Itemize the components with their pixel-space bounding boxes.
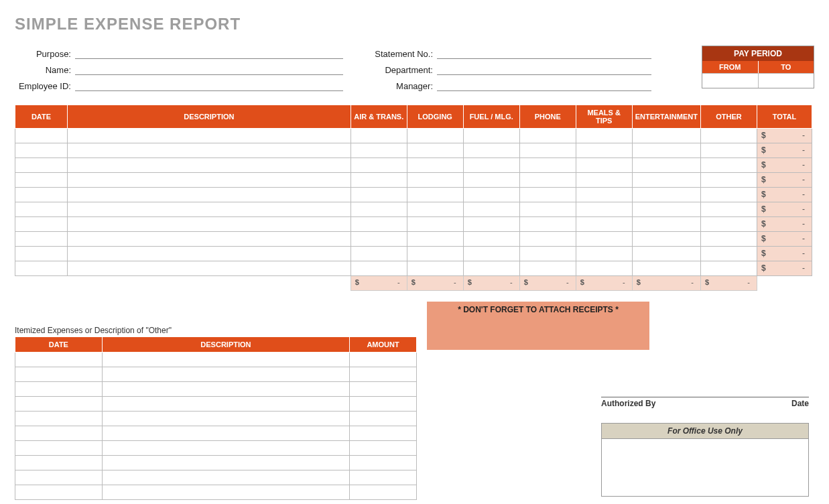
expense-cell[interactable] (576, 188, 632, 202)
expense-cell[interactable] (576, 261, 632, 276)
expense-cell[interactable] (463, 158, 519, 173)
manager-input[interactable] (437, 78, 651, 91)
itemized-cell[interactable] (350, 382, 417, 397)
expense-cell[interactable] (700, 217, 757, 232)
expense-cell[interactable] (15, 129, 68, 143)
expense-cell[interactable] (463, 217, 519, 232)
expense-row[interactable]: $- (15, 173, 812, 188)
expense-row[interactable]: $- (15, 143, 812, 158)
employee-id-input[interactable] (75, 78, 343, 91)
expense-cell[interactable] (519, 188, 576, 202)
itemized-cell[interactable] (15, 426, 103, 441)
expense-cell[interactable] (67, 158, 350, 173)
expense-cell[interactable] (576, 232, 632, 247)
expense-cell[interactable] (407, 217, 463, 232)
expense-cell[interactable] (15, 247, 68, 261)
expense-cell[interactable] (67, 188, 350, 202)
expense-row[interactable]: $- (15, 188, 812, 202)
expense-cell[interactable] (576, 158, 632, 173)
expense-cell[interactable] (519, 129, 576, 143)
expense-cell[interactable] (519, 247, 576, 261)
expense-cell[interactable] (407, 247, 463, 261)
itemized-cell[interactable] (15, 367, 103, 382)
expense-cell[interactable] (632, 129, 700, 143)
expense-cell[interactable] (350, 188, 407, 202)
itemized-cell[interactable] (15, 456, 103, 470)
itemized-cell[interactable] (102, 397, 349, 412)
expense-cell[interactable] (350, 143, 407, 158)
expense-cell[interactable] (463, 143, 519, 158)
itemized-cell[interactable] (350, 485, 417, 500)
pay-period-to-cell[interactable] (759, 73, 814, 88)
expense-cell[interactable] (407, 232, 463, 247)
itemized-row[interactable] (15, 412, 417, 426)
expense-cell[interactable] (350, 217, 407, 232)
expense-cell[interactable] (632, 217, 700, 232)
expense-cell[interactable] (463, 232, 519, 247)
itemized-cell[interactable] (102, 353, 349, 367)
itemized-row[interactable] (15, 353, 417, 367)
expense-cell[interactable] (519, 143, 576, 158)
expense-cell[interactable] (407, 261, 463, 276)
expense-cell[interactable] (632, 247, 700, 261)
pay-period-from-cell[interactable] (702, 73, 759, 88)
department-input[interactable] (437, 62, 651, 75)
expense-cell[interactable] (700, 247, 757, 261)
itemized-cell[interactable] (15, 441, 103, 456)
expense-cell[interactable] (407, 143, 463, 158)
itemized-cell[interactable] (15, 412, 103, 426)
expense-cell[interactable] (67, 202, 350, 217)
expense-row[interactable]: $- (15, 232, 812, 247)
expense-cell[interactable] (576, 217, 632, 232)
itemized-row[interactable] (15, 485, 417, 500)
itemized-cell[interactable] (350, 412, 417, 426)
itemized-cell[interactable] (102, 426, 349, 441)
expense-cell[interactable] (350, 173, 407, 188)
itemized-cell[interactable] (15, 485, 103, 500)
itemized-cell[interactable] (350, 353, 417, 367)
expense-cell[interactable] (407, 173, 463, 188)
expense-cell[interactable] (700, 158, 757, 173)
itemized-cell[interactable] (102, 412, 349, 426)
expense-cell[interactable] (15, 217, 68, 232)
expense-cell[interactable] (519, 202, 576, 217)
expense-cell[interactable] (576, 173, 632, 188)
expense-cell[interactable] (632, 158, 700, 173)
expense-row[interactable]: $- (15, 261, 812, 276)
expense-cell[interactable] (407, 202, 463, 217)
statement-no-input[interactable] (437, 46, 651, 59)
expense-cell[interactable] (700, 173, 757, 188)
itemized-row[interactable] (15, 382, 417, 397)
itemized-cell[interactable] (15, 353, 103, 367)
itemized-cell[interactable] (350, 470, 417, 485)
expense-cell[interactable] (67, 247, 350, 261)
itemized-row[interactable] (15, 456, 417, 470)
expense-cell[interactable] (67, 143, 350, 158)
expense-cell[interactable] (350, 202, 407, 217)
expense-row[interactable]: $- (15, 202, 812, 217)
name-input[interactable] (75, 62, 343, 75)
itemized-cell[interactable] (15, 397, 103, 412)
itemized-row[interactable] (15, 397, 417, 412)
expense-cell[interactable] (463, 129, 519, 143)
itemized-cell[interactable] (350, 456, 417, 470)
itemized-cell[interactable] (15, 470, 103, 485)
expense-cell[interactable] (350, 158, 407, 173)
itemized-cell[interactable] (102, 470, 349, 485)
expense-cell[interactable] (519, 158, 576, 173)
expense-cell[interactable] (67, 217, 350, 232)
expense-cell[interactable] (463, 202, 519, 217)
expense-cell[interactable] (632, 261, 700, 276)
expense-cell[interactable] (632, 202, 700, 217)
expense-cell[interactable] (15, 173, 68, 188)
expense-cell[interactable] (519, 173, 576, 188)
itemized-cell[interactable] (102, 485, 349, 500)
itemized-cell[interactable] (350, 441, 417, 456)
expense-cell[interactable] (67, 261, 350, 276)
itemized-cell[interactable] (350, 367, 417, 382)
expense-cell[interactable] (407, 188, 463, 202)
expense-cell[interactable] (576, 143, 632, 158)
expense-cell[interactable] (67, 232, 350, 247)
expense-cell[interactable] (407, 158, 463, 173)
itemized-cell[interactable] (102, 441, 349, 456)
